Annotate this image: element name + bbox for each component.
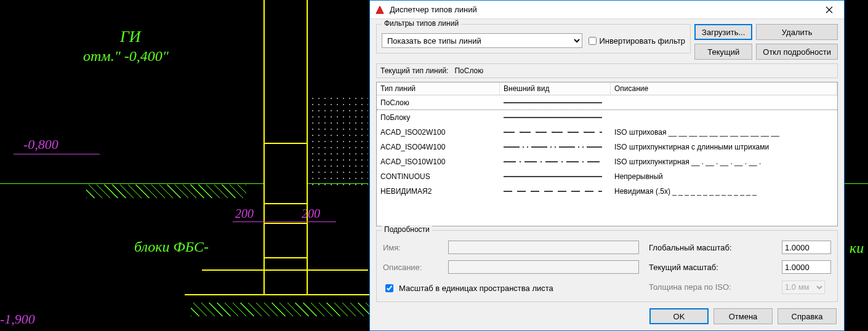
paperspace-units-input[interactable] [385, 284, 393, 292]
linetype-row[interactable]: ACAD_ISO10W100ISO штрихпунктирная __ . _… [377, 154, 837, 169]
filter-combo[interactable]: Показать все типы линий [382, 33, 582, 48]
filters-group: Фильтры типов линий Показать все типы ли… [376, 24, 691, 54]
linetype-list: Тип линий Внешний вид Описание ПоСлоюПоБ… [376, 82, 838, 226]
linetype-name: ACAD_ISO04W100 [377, 143, 500, 151]
col-header-description[interactable]: Описание [611, 82, 837, 95]
ok-button[interactable]: OK [649, 308, 709, 324]
hide-details-button[interactable]: Откл подробности [756, 44, 838, 60]
cad-dim-200r: 200 [302, 207, 320, 221]
col-header-name[interactable]: Тип линий [377, 82, 500, 95]
linetype-name: ACAD_ISO02W100 [377, 128, 500, 137]
details-group-label: Подробности [382, 225, 432, 234]
linetype-appearance [500, 173, 611, 180]
paperspace-units-checkbox[interactable]: Масштаб в единицах пространства листа [383, 282, 639, 294]
close-icon [826, 6, 833, 14]
detail-name-label: Имя: [383, 243, 438, 252]
autocad-icon [375, 5, 385, 15]
list-body[interactable]: ПоСлоюПоБлокуACAD_ISO02W100ISO штриховая… [377, 95, 837, 226]
linetype-name: CONTINUOUS [377, 172, 500, 181]
current-linetype-row: Текущий тип линий: ПоСлою [376, 63, 838, 78]
col-header-appearance[interactable]: Внешний вид [500, 82, 611, 95]
linetype-description: Невидимая (.5x) _ _ _ _ _ _ _ _ _ _ _ _ … [611, 187, 837, 196]
cad-label-ki: ки [850, 240, 864, 257]
iso-pen-select: 1.0 мм [782, 281, 825, 294]
detail-name-input [448, 241, 639, 254]
iso-pen-label: Толщина пера по ISO: [649, 282, 772, 292]
linetype-name: ПоСлою [377, 98, 500, 107]
cad-dim-0800: -0,800 [23, 137, 58, 153]
linetype-row[interactable]: ПоСлою [377, 95, 837, 110]
filters-group-label: Фильтры типов линий [382, 19, 461, 28]
linetype-appearance [500, 114, 611, 121]
cancel-button[interactable]: Отмена [713, 308, 773, 324]
titlebar[interactable]: Диспетчер типов линий [370, 1, 844, 19]
list-header: Тип линий Внешний вид Описание [377, 82, 837, 95]
current-scale-label: Текущий масштаб: [649, 263, 772, 272]
cad-label-gi: ГИ [120, 28, 141, 46]
cad-dim-1900: -1,900 [0, 311, 35, 327]
invert-filter-label: Инвертировать фильтр [599, 36, 685, 46]
linetype-name: ACAD_ISO10W100 [377, 158, 500, 166]
invert-filter-input[interactable] [589, 37, 597, 45]
cad-label-otm: отм." -0,400" [83, 48, 169, 65]
detail-desc-label: Описание: [383, 263, 438, 272]
linetype-appearance [500, 99, 611, 106]
cad-dim-200l: 200 [235, 207, 254, 221]
cad-label-blocks: блоки ФБС- [134, 239, 209, 255]
linetype-name: ПоБлоку [377, 113, 500, 122]
close-button[interactable] [817, 1, 842, 18]
load-button[interactable]: Загрузить... [694, 24, 752, 40]
linetype-row[interactable]: ACAD_ISO02W100ISO штриховая __ __ __ __ … [377, 125, 837, 140]
detail-desc-input [448, 260, 639, 274]
linetype-description: ISO штриховая __ __ __ __ __ __ __ __ __… [611, 128, 837, 137]
current-button[interactable]: Текущий [694, 44, 752, 60]
global-scale-input[interactable] [782, 241, 831, 254]
current-linetype-prefix: Текущий тип линий: [380, 66, 448, 75]
linetype-appearance [500, 129, 611, 136]
delete-button[interactable]: Удалить [756, 24, 838, 40]
details-group: Подробности Имя: Глобальный масштаб: Опи… [376, 230, 838, 302]
linetype-name: НЕВИДИМАЯ2 [377, 187, 500, 196]
linetype-row[interactable]: CONTINUOUSНепрерывный [377, 169, 837, 184]
current-linetype-value: ПоСлою [454, 66, 483, 75]
linetype-description: ISO штрихпунктирная __ . __ . __ . __ . … [611, 158, 837, 166]
help-button[interactable]: Справка [778, 308, 837, 324]
linetype-appearance [500, 188, 611, 195]
current-scale-input[interactable] [782, 260, 831, 274]
linetype-manager-dialog: Диспетчер типов линий Фильтры типов лини… [369, 0, 845, 331]
invert-filter-checkbox[interactable]: Инвертировать фильтр [589, 36, 685, 46]
linetype-description: Непрерывный [611, 172, 837, 181]
linetype-appearance [500, 143, 611, 151]
dialog-title: Диспетчер типов линий [390, 5, 817, 14]
paperspace-units-label: Масштаб в единицах пространства листа [399, 284, 553, 293]
linetype-row[interactable]: ПоБлоку [377, 110, 837, 125]
global-scale-label: Глобальный масштаб: [649, 243, 772, 252]
linetype-appearance [500, 158, 611, 166]
linetype-row[interactable]: ACAD_ISO04W100ISO штрихпунктирная с длин… [377, 140, 837, 154]
linetype-row[interactable]: НЕВИДИМАЯ2Невидимая (.5x) _ _ _ _ _ _ _ … [377, 184, 837, 199]
linetype-description: ISO штрихпунктирная с длинными штрихами [611, 143, 837, 151]
